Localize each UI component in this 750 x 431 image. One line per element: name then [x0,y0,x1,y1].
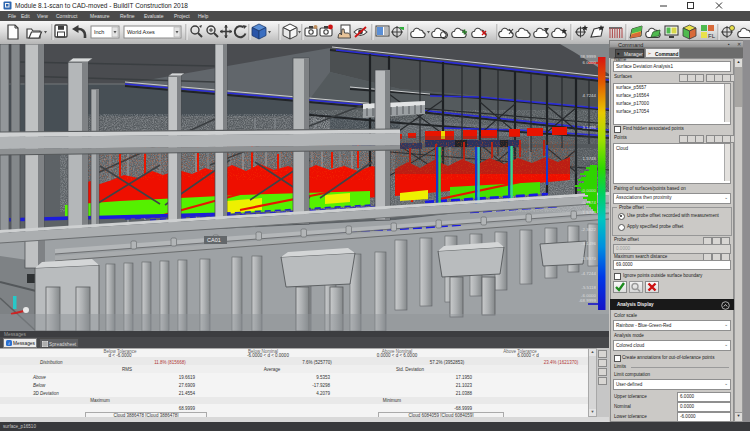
svg-text:-0.0000: -0.0000 [581,188,596,193]
svg-text:-68.9999: -68.9999 [579,298,597,303]
svg-text:-5.5118: -5.5118 [581,285,596,290]
svg-text:-1.5748: -1.5748 [581,210,596,215]
svg-text:4.7244: 4.7244 [583,93,597,98]
svg-text:Inch: Inch [94,29,104,35]
svg-text:68.9999: 68.9999 [580,54,596,59]
svg-text:-3.1496: -3.1496 [581,241,596,246]
svg-text:-3.9370: -3.9370 [581,256,596,261]
svg-text:FL: FL [708,33,716,39]
svg-text:World Axes: World Axes [127,29,155,35]
svg-text:6.0000: 6.0000 [583,60,597,65]
svg-text:-0.7874: -0.7874 [581,200,596,205]
svg-text:-2.3622: -2.3622 [581,227,596,232]
svg-text:3.1496: 3.1496 [583,125,597,130]
svg-text:CA01: CA01 [207,237,221,243]
svg-text:1.5748: 1.5748 [583,156,597,161]
svg-text:-4.7244: -4.7244 [581,271,596,276]
